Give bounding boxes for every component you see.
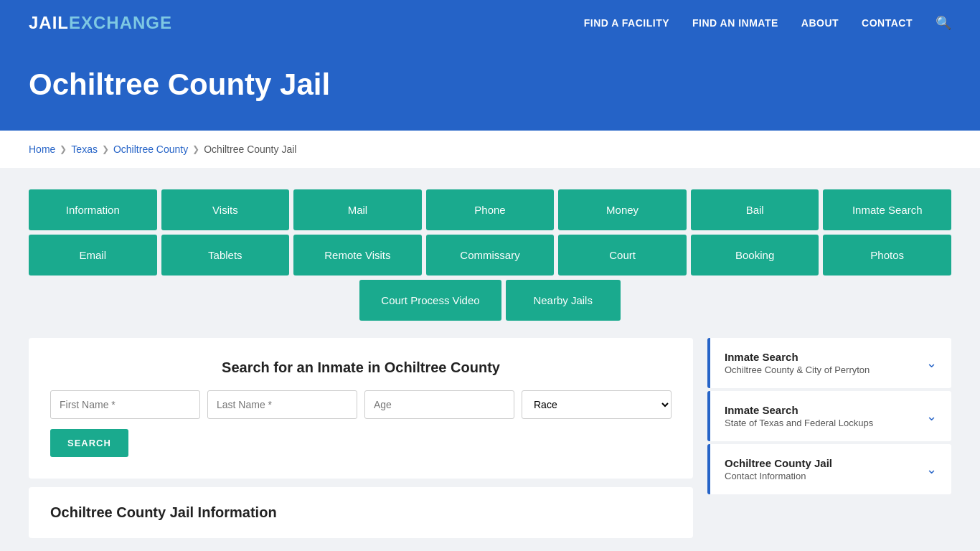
sidebar-item-2-subtitle: State of Texas and Federal Lockups: [725, 418, 873, 428]
first-name-input[interactable]: [50, 390, 200, 419]
btn-phone[interactable]: Phone: [426, 189, 555, 230]
sidebar-item-1-subtitle: Ochiltree County & City of Perryton: [725, 364, 870, 375]
btn-photos[interactable]: Photos: [823, 235, 951, 276]
breadcrumb-current: Ochiltree County Jail: [204, 143, 296, 155]
sidebar-item-3-title: Ochiltree County Jail: [725, 457, 832, 469]
logo-exchange: EXCHANGE: [69, 13, 172, 32]
breadcrumb-home[interactable]: Home: [29, 143, 55, 155]
btn-bail[interactable]: Bail: [691, 189, 819, 230]
btn-inmate-search[interactable]: Inmate Search: [823, 189, 951, 230]
page-title: Ochiltree County Jail: [29, 67, 951, 102]
logo-jail: JAIL: [29, 13, 69, 32]
sidebar-item-1[interactable]: Inmate Search Ochiltree County & City of…: [707, 338, 951, 388]
breadcrumb: Home ❯ Texas ❯ Ochiltree County ❯ Ochilt…: [0, 131, 980, 168]
chevron-down-icon-2: ⌄: [926, 408, 937, 424]
breadcrumb-sep-3: ❯: [192, 144, 199, 154]
search-button[interactable]: SEARCH: [50, 429, 128, 457]
btn-remote-visits[interactable]: Remote Visits: [293, 235, 422, 276]
btn-mail[interactable]: Mail: [293, 189, 422, 230]
nav-find-facility[interactable]: FIND A FACILITY: [584, 17, 669, 29]
content-area: Information Visits Mail Phone Money Bail…: [0, 168, 980, 551]
nav-find-inmate[interactable]: FIND AN INMATE: [692, 17, 778, 29]
breadcrumb-sep-1: ❯: [60, 144, 67, 154]
nav-contact[interactable]: CONTACT: [862, 17, 913, 29]
btn-court[interactable]: Court: [558, 235, 687, 276]
info-title: Ochiltree County Jail Information: [50, 504, 672, 521]
sidebar-item-2-text: Inmate Search State of Texas and Federal…: [725, 404, 873, 428]
search-icon[interactable]: 🔍: [936, 15, 951, 31]
btn-tablets[interactable]: Tablets: [161, 235, 290, 276]
chevron-down-icon-1: ⌄: [926, 355, 937, 371]
btn-email[interactable]: Email: [29, 235, 157, 276]
sidebar-item-3-text: Ochiltree County Jail Contact Informatio…: [725, 457, 832, 481]
btn-nearby-jails[interactable]: Nearby Jails: [506, 280, 621, 321]
sidebar-item-3-subtitle: Contact Information: [725, 471, 832, 481]
sidebar-item-1-title: Inmate Search: [725, 351, 870, 363]
button-row-2: Email Tablets Remote Visits Commissary C…: [29, 235, 951, 276]
header: JAILEXCHANGE FIND A FACILITY FIND AN INM…: [0, 0, 980, 46]
logo: JAILEXCHANGE: [29, 13, 172, 33]
breadcrumb-texas[interactable]: Texas: [71, 143, 98, 155]
btn-booking[interactable]: Booking: [691, 235, 819, 276]
btn-money[interactable]: Money: [558, 189, 687, 230]
inmate-search-box: Search for an Inmate in Ochiltree County…: [29, 338, 693, 479]
info-section: Ochiltree County Jail Information: [29, 487, 693, 538]
breadcrumb-sep-2: ❯: [102, 144, 109, 154]
sidebar-item-3[interactable]: Ochiltree County Jail Contact Informatio…: [707, 444, 951, 494]
sidebar-item-1-text: Inmate Search Ochiltree County & City of…: [725, 351, 870, 375]
btn-information[interactable]: Information: [29, 189, 157, 230]
sidebar-item-2[interactable]: Inmate Search State of Texas and Federal…: [707, 391, 951, 441]
two-col-layout: Search for an Inmate in Ochiltree County…: [29, 338, 951, 538]
search-fields: Race White Black Hispanic Asian Other: [50, 390, 672, 419]
hero-section: Ochiltree County Jail: [0, 46, 980, 131]
left-column: Search for an Inmate in Ochiltree County…: [29, 338, 693, 538]
btn-commissary[interactable]: Commissary: [426, 235, 555, 276]
btn-court-process-video[interactable]: Court Process Video: [359, 280, 501, 321]
race-select[interactable]: Race White Black Hispanic Asian Other: [522, 390, 672, 419]
sidebar-item-2-title: Inmate Search: [725, 404, 873, 416]
nav-about[interactable]: ABOUT: [801, 17, 839, 29]
sidebar: Inmate Search Ochiltree County & City of…: [707, 338, 951, 497]
age-input[interactable]: [364, 390, 514, 419]
search-box-title: Search for an Inmate in Ochiltree County: [50, 359, 672, 376]
main-nav: FIND A FACILITY FIND AN INMATE ABOUT CON…: [584, 15, 951, 31]
button-row-3: Court Process Video Nearby Jails: [29, 280, 951, 321]
breadcrumb-county[interactable]: Ochiltree County: [113, 143, 188, 155]
chevron-down-icon-3: ⌄: [926, 461, 937, 477]
button-row-1: Information Visits Mail Phone Money Bail…: [29, 189, 951, 230]
btn-visits[interactable]: Visits: [161, 189, 290, 230]
last-name-input[interactable]: [207, 390, 357, 419]
